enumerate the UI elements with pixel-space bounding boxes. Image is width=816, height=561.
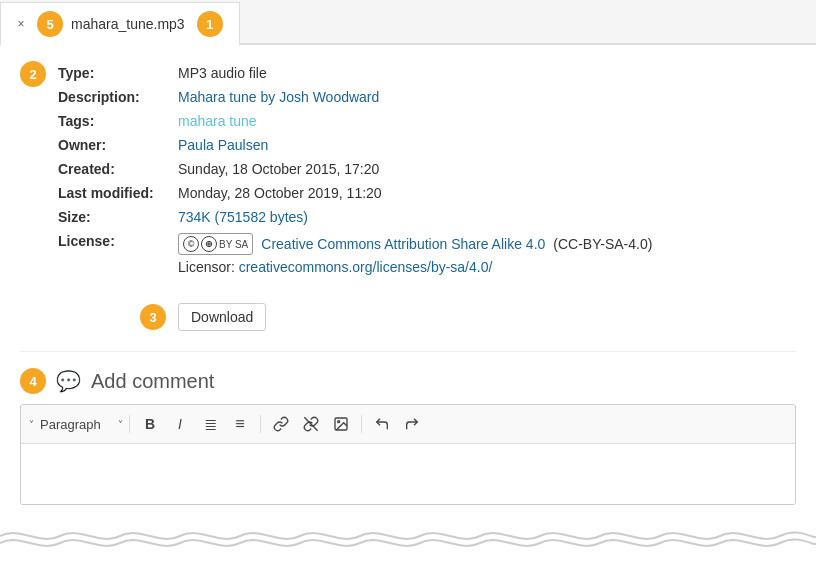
created-row: Created: Sunday, 18 October 2015, 17:20 [58,157,796,181]
license-content: © ⊕ BY SA Creative Commons Attribution S… [178,233,652,275]
add-comment-section: 4 💬 Add comment ˅ Paragraph ˅ B I ≣ ≡ [20,356,796,505]
download-badge: 3 [140,304,166,330]
italic-label: I [178,416,182,432]
license-row: License: © ⊕ BY SA Creative Commons Attr… [58,229,796,279]
close-icon[interactable]: × [13,16,29,32]
owner-row: Owner: Paula Paulsen [58,133,796,157]
wavy-decoration [0,521,816,551]
editor-body[interactable] [21,444,795,504]
description-label: Description: [58,89,178,105]
licensor-line: Licensor: creativecommons.org/licenses/b… [178,259,652,275]
tab-filename-badge: 1 [197,11,223,37]
paragraph-select-group[interactable]: ˅ Paragraph ˅ [29,415,123,434]
cc-by-text: BY SA [219,239,248,250]
tags-row: Tags: mahara tune [58,109,796,133]
undo-icon [374,416,390,432]
license-name[interactable]: Creative Commons Attribution Share Alike… [261,236,545,252]
modified-label: Last modified: [58,185,178,201]
toolbar-divider-2 [260,415,261,433]
svg-point-2 [338,421,340,423]
modified-row: Last modified: Monday, 28 October 2019, … [58,181,796,205]
file-info-section: 2 Type: MP3 audio file Description: Maha… [20,61,796,279]
image-button[interactable] [327,411,355,437]
editor-wrapper: ˅ Paragraph ˅ B I ≣ ≡ [20,404,796,505]
image-icon [333,416,349,432]
owner-label: Owner: [58,137,178,153]
size-row: Size: 734K (751582 bytes) [58,205,796,229]
undo-button[interactable] [368,411,396,437]
download-section: 3 Download [20,295,796,347]
editor-toolbar: ˅ Paragraph ˅ B I ≣ ≡ [21,405,795,444]
licensor-label: Licensor: [178,259,239,275]
comment-icon: 💬 [56,369,81,393]
bullet-list-button[interactable]: ≣ [196,411,224,437]
license-top: © ⊕ BY SA Creative Commons Attribution S… [178,233,652,255]
type-row: Type: MP3 audio file [58,61,796,85]
toolbar-divider-1 [129,415,130,433]
size-label: Size: [58,209,178,225]
cc-badge: © ⊕ BY SA [178,233,253,255]
redo-button[interactable] [398,411,426,437]
tags-label: Tags: [58,113,178,129]
file-tab[interactable]: × 5 mahara_tune.mp3 1 [0,2,240,45]
add-comment-header: 4 💬 Add comment [20,368,796,394]
license-label: License: [58,233,178,249]
select-chevron-right-icon: ˅ [118,419,123,430]
description-value[interactable]: Mahara tune by Josh Woodward [178,89,379,105]
link-icon [273,416,289,432]
created-value: Sunday, 18 October 2015, 17:20 [178,161,379,177]
toolbar-divider-3 [361,415,362,433]
select-chevron-left-icon: ˅ [29,419,34,430]
created-label: Created: [58,161,178,177]
download-button[interactable]: Download [178,303,266,331]
cc-circle-icon: © [183,236,199,252]
tab-bar: × 5 mahara_tune.mp3 1 [0,0,816,45]
by-circle-icon: ⊕ [201,236,217,252]
description-row: Description: Mahara tune by Josh Woodwar… [58,85,796,109]
tab-filename: mahara_tune.mp3 [71,16,185,32]
licensor-url[interactable]: creativecommons.org/licenses/by-sa/4.0/ [239,259,493,275]
tags-value[interactable]: mahara tune [178,113,257,129]
bold-label: B [145,416,155,432]
main-content: 2 Type: MP3 audio file Description: Maha… [0,45,816,521]
file-info-badge: 2 [20,61,46,87]
type-label: Type: [58,65,178,81]
section-divider [20,351,796,352]
type-value: MP3 audio file [178,65,267,81]
modified-value: Monday, 28 October 2019, 11:20 [178,185,382,201]
unlink-button[interactable] [297,411,325,437]
tab-badge: 5 [37,11,63,37]
redo-icon [404,416,420,432]
ordered-list-button[interactable]: ≡ [226,411,254,437]
link-button[interactable] [267,411,295,437]
paragraph-label[interactable]: Paragraph [36,415,116,434]
add-comment-badge: 4 [20,368,46,394]
add-comment-title: Add comment [91,370,214,393]
unlink-icon [303,416,319,432]
license-code: (CC-BY-SA-4.0) [553,236,652,252]
size-value: 734K (751582 bytes) [178,209,308,225]
owner-value[interactable]: Paula Paulsen [178,137,268,153]
italic-button[interactable]: I [166,411,194,437]
file-info-table: Type: MP3 audio file Description: Mahara… [58,61,796,279]
bold-button[interactable]: B [136,411,164,437]
